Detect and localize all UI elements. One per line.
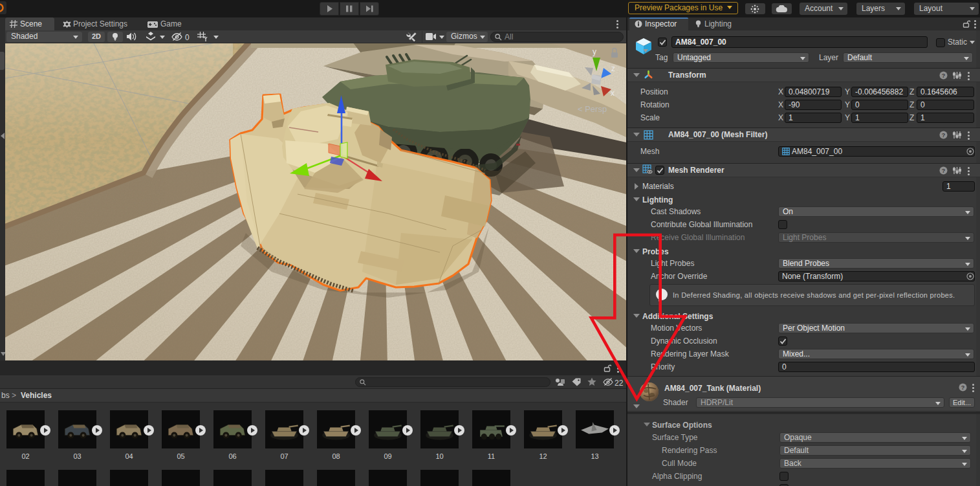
svg-text:?: ?	[942, 72, 946, 79]
svg-text:?: ?	[942, 168, 946, 174]
svg-text:?: ?	[942, 132, 946, 138]
svg-text:x: x	[611, 89, 615, 98]
svg-text:z: z	[611, 64, 615, 73]
svg-text:y: y	[593, 47, 596, 56]
svg-text:?: ?	[961, 384, 965, 391]
svg-text:< Persp: < Persp	[578, 104, 607, 114]
